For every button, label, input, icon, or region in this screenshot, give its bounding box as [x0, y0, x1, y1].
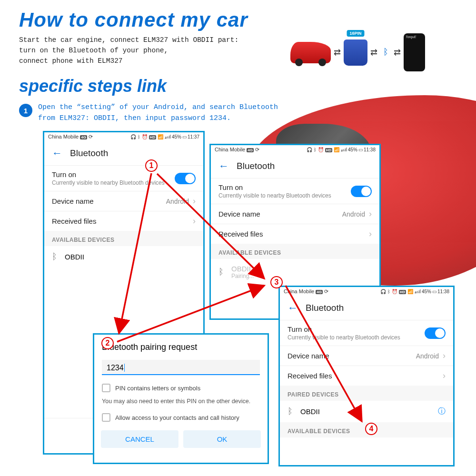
dialog-note: You may also need to enter this PIN on t… — [94, 396, 268, 409]
toggle-switch[interactable] — [175, 173, 196, 184]
chevron-right-icon: › — [443, 371, 446, 381]
step-line: Open the “setting” of your Android, and … — [38, 102, 278, 113]
toggle-sublabel: Currently visible to nearby Bluetooth de… — [52, 179, 165, 186]
status-icons: 🎧 ᛒ ⏰ HD 📶 ₄₆ıl — [130, 134, 170, 139]
checkbox-letters-symbols[interactable]: PIN contains letters or symbols — [94, 380, 268, 396]
chevron-right-icon: › — [443, 351, 446, 360]
bluetooth-toggle-row[interactable]: Turn on Currently visible to nearby Blue… — [44, 165, 203, 191]
received-files-row[interactable]: Received files › — [211, 224, 379, 244]
received-files-row[interactable]: Received files › — [280, 366, 453, 386]
sub-title: specific steps link — [19, 76, 167, 96]
device-name-row[interactable]: Device name Android› — [211, 204, 379, 224]
bluetooth-toggle-row[interactable]: Turn on Currently visible to nearby Blue… — [280, 320, 453, 346]
row-label: Received files — [218, 230, 263, 238]
available-devices-header: AVAILABLE DEVICES — [44, 231, 203, 246]
bluetooth-icon: ᛒ — [380, 47, 391, 58]
callout-3: 3 — [270, 276, 283, 288]
device-name-row[interactable]: Device name Android› — [44, 191, 203, 211]
battery-icon: ▭ — [358, 147, 363, 152]
pairing-status: Pairing... — [231, 273, 254, 279]
screen-title: Bluetooth — [237, 161, 275, 171]
toggle-sublabel: Currently visible to nearby Bluetooth de… — [218, 192, 331, 199]
toggle-label: Turn on — [218, 183, 331, 191]
ok-button[interactable]: OK — [183, 430, 261, 448]
toggle-label: Turn on — [288, 325, 400, 333]
step-number-bullet: 1 — [19, 104, 32, 117]
screen-header: ← Bluetooth — [211, 154, 379, 178]
row-label: Device name — [288, 352, 329, 360]
checkbox-contacts[interactable]: Allow access to your contacts and call h… — [94, 409, 268, 426]
dialog-title: Bluetooth pairing request — [94, 335, 268, 360]
row-value: Android — [416, 352, 439, 360]
battery-label: 45% — [422, 289, 431, 294]
callout-1: 1 — [145, 159, 158, 172]
device-name: OBDII — [300, 407, 320, 416]
toggle-sublabel: Currently visible to nearby Bluetooth de… — [288, 334, 400, 341]
screenshot-pairing-dialog: Bluetooth pairing request 1234 PIN conta… — [93, 333, 269, 464]
device-name: OBDII — [65, 253, 84, 261]
screenshot-bluetooth-paired: China Mobile 4G ⟳ 🎧 ᛒ ⏰ HD 📶 ₄₆ıl 45% ▭ … — [278, 286, 455, 466]
bidirectional-arrow-icon: ⇄ — [394, 50, 401, 56]
intro-text: Start the car engine, connect ELM327 wit… — [19, 35, 238, 66]
row-label: Received files — [52, 217, 96, 225]
device-row-pairing[interactable]: ᛒ OBDII Pairing... — [211, 259, 379, 285]
paired-devices-header: PAIRED DEVICES — [280, 386, 453, 401]
received-files-row[interactable]: Received files › — [44, 211, 203, 231]
phone-icon — [404, 33, 425, 71]
toggle-label: Turn on — [52, 170, 165, 178]
main-title: How to connect my car — [19, 9, 248, 31]
screen-header: ← Bluetooth — [280, 296, 453, 320]
callout-2: 2 — [101, 337, 114, 349]
device-row-paired[interactable]: ᛒ OBDII ⓘ — [280, 401, 453, 422]
checkbox-label: PIN contains letters or symbols — [115, 385, 200, 392]
pin-value: 1234 — [107, 364, 124, 372]
network-badge: 4G — [247, 148, 254, 152]
back-arrow-icon[interactable]: ← — [218, 160, 229, 172]
chevron-right-icon: › — [193, 196, 196, 206]
status-icons: 🎧 ᛒ ⏰ HD 📶 ₄₆ıl — [380, 289, 420, 294]
available-devices-header: AVAILABLE DEVICES — [211, 244, 379, 259]
chevron-right-icon: › — [193, 216, 196, 226]
status-bar: China Mobile 4G ⟳ 🎧 ᛒ ⏰ HD 📶 ₄₆ıl 45% ▭ … — [211, 145, 379, 154]
back-arrow-icon[interactable]: ← — [288, 302, 298, 314]
info-icon[interactable]: ⓘ — [438, 407, 446, 416]
step-line: from ELM327: OBDII, then input password … — [38, 113, 278, 124]
cancel-button[interactable]: CANCEL — [101, 430, 178, 448]
device-name: OBDII — [231, 265, 254, 273]
intro-line: Start the car engine, connect ELM327 wit… — [19, 35, 238, 46]
bluetooth-toggle-row[interactable]: Turn on Currently visible to nearby Blue… — [211, 178, 379, 204]
screen-title: Bluetooth — [70, 148, 108, 159]
status-icons: 🎧 ᛒ ⏰ HD 📶 ₄₆ıl — [307, 147, 347, 152]
intro-line: turn on the Bluetooth of your phone, — [19, 46, 238, 56]
device-row-obdii[interactable]: ᛒ OBDII — [44, 246, 203, 268]
time-label: 11:38 — [364, 147, 376, 152]
toggle-switch[interactable] — [351, 186, 372, 197]
pin-input[interactable]: 1234 — [102, 360, 260, 375]
step-instruction: Open the “setting” of your Android, and … — [38, 102, 278, 124]
screen-header: ← Bluetooth — [44, 141, 203, 165]
carrier-label: China Mobile — [215, 147, 245, 152]
connection-diagram: ⇄ 16PIN ⇄ ᛒ ⇄ — [290, 33, 462, 71]
row-value: Android — [342, 210, 365, 218]
status-bar: China Mobile 4G ⟳ 🎧 ᛒ ⏰ HD 📶 ₄₆ıl 45% ▭ … — [44, 132, 203, 141]
chevron-right-icon: › — [369, 209, 372, 218]
carrier-label: China Mobile — [284, 288, 314, 294]
callout-4: 4 — [365, 423, 377, 435]
obd-device-icon: 16PIN — [344, 40, 367, 66]
checkbox-icon[interactable] — [102, 384, 110, 392]
dialog-buttons: CANCEL OK — [94, 426, 268, 453]
battery-icon: ▭ — [182, 134, 187, 139]
battery-label: 45% — [348, 147, 357, 152]
status-bar: China Mobile 4G ⟳ 🎧 ᛒ ⏰ HD 📶 ₄₆ıl 45% ▭ … — [280, 287, 453, 296]
bluetooth-icon: ᛒ — [52, 252, 57, 262]
pin-badge: 16PIN — [347, 30, 364, 37]
toggle-switch[interactable] — [425, 327, 446, 339]
checkbox-icon[interactable] — [102, 413, 110, 422]
screen-title: Bluetooth — [306, 303, 344, 313]
back-arrow-icon[interactable]: ← — [52, 147, 62, 159]
bidirectional-arrow-icon: ⇄ — [334, 50, 341, 56]
row-label: Device name — [218, 210, 260, 218]
device-name-row[interactable]: Device name Android› — [280, 346, 453, 366]
intro-line: connect phone with ELM327 — [19, 56, 238, 67]
battery-label: 45% — [172, 134, 181, 139]
